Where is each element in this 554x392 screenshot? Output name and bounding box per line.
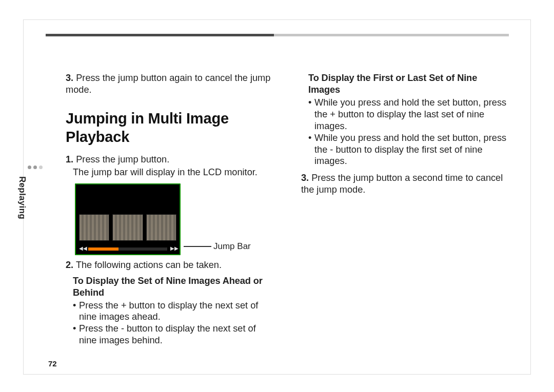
step-text: Press the jump button a second time to c… <box>301 173 503 195</box>
jump-bar-area: ◀◀ ▶▶ <box>76 244 180 254</box>
subheading-a: To Display the Set of Nine Images Ahead … <box>66 275 273 299</box>
header-rule-dark <box>46 34 274 36</box>
step-text-bold: Press the jump button. <box>73 154 169 164</box>
step-3-top: 3. Press the jump button again to cancel… <box>66 72 273 96</box>
side-tab-dots <box>28 166 43 169</box>
jump-bar-track <box>88 247 167 251</box>
rewind-icon: ◀◀ <box>79 245 85 252</box>
page-outline: Replaying 3. Press the jump button again… <box>23 19 531 375</box>
bullet-text: Press the + button to display the next s… <box>79 300 273 323</box>
section-heading: Jumping in Multi Image Playback <box>66 109 273 147</box>
callout-label: Jump Bar <box>213 241 251 252</box>
bullet-icon: • <box>73 300 79 312</box>
bullet-item: • While you press and hold the set butto… <box>301 97 509 132</box>
step-1: 1. Press the jump button. <box>66 154 273 166</box>
step-3-cancel: 3. Press the jump button a second time t… <box>301 172 509 196</box>
bullet-item: • While you press and hold the set butto… <box>301 132 509 168</box>
bullet-text: While you press and hold the set button,… <box>314 132 509 168</box>
thumbnail-row <box>79 214 176 241</box>
left-column: 3. Press the jump button again to cancel… <box>66 72 273 366</box>
callout-line <box>184 246 211 247</box>
content-columns: 3. Press the jump button again to cancel… <box>66 72 509 366</box>
step-number: 3. <box>66 73 73 83</box>
bullet-icon: • <box>308 132 314 144</box>
step-1-sub: The jump bar will display in the LCD mon… <box>66 167 273 178</box>
side-tab: Replaying <box>27 176 70 187</box>
header-rule-light <box>255 34 509 36</box>
subheading-b: To Display the First or Last Set of Nine… <box>301 72 509 96</box>
lcd-figure: ◀◀ ▶▶ Jump Bar <box>75 183 273 255</box>
step-text: Press the jump button again to cancel th… <box>66 73 270 95</box>
step-2: 2. The following actions can be taken. <box>66 259 273 271</box>
step-number: 3. <box>301 173 309 183</box>
bullet-item: • Press the - button to display the next… <box>66 323 273 346</box>
bullet-icon: • <box>73 323 79 335</box>
thumbnail <box>79 214 109 241</box>
side-tab-label: Replaying <box>17 176 27 219</box>
bullet-text: Press the - button to display the next s… <box>79 323 273 346</box>
bullet-icon: • <box>308 97 314 109</box>
jump-bar-fill <box>88 247 118 251</box>
jump-bar-callout: Jump Bar <box>184 241 251 252</box>
bullet-item: • Press the + button to display the next… <box>66 300 273 323</box>
step-number: 1. <box>66 154 73 164</box>
lcd-screen: ◀◀ ▶▶ <box>75 183 181 255</box>
right-column: To Display the First or Last Set of Nine… <box>301 72 509 366</box>
thumbnail <box>112 214 143 241</box>
step-text: The following actions can be taken. <box>73 260 222 270</box>
forward-icon: ▶▶ <box>170 245 176 252</box>
bullet-text: While you press and hold the set button,… <box>314 97 509 132</box>
page-number: 72 <box>48 359 57 368</box>
step-number: 2. <box>66 260 73 270</box>
thumbnail <box>146 214 176 241</box>
